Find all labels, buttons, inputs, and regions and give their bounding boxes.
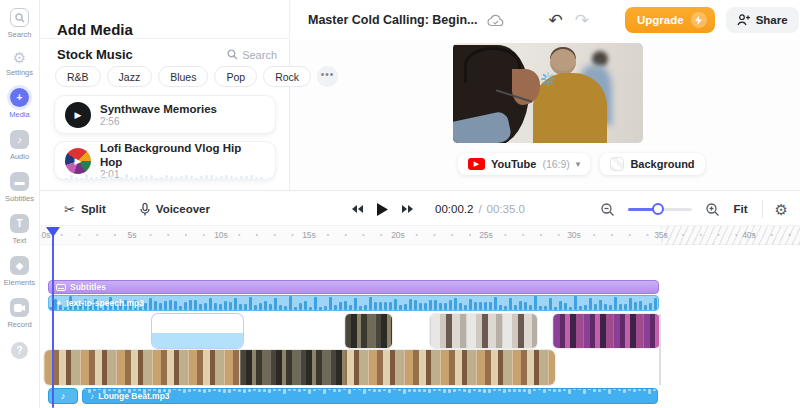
clip-audio-section bbox=[152, 333, 243, 348]
genre-chip-rnb[interactable]: R&B bbox=[55, 66, 101, 87]
scissors-icon: ✂ bbox=[64, 203, 75, 216]
sidebar-label: Subtitles bbox=[5, 194, 34, 203]
top-header: Master Cold Calling: Begin... ↶ ↷ Upgrad… bbox=[290, 0, 800, 40]
music-track-clip[interactable]: ♪ Lounge Beat.mp3 bbox=[82, 388, 658, 404]
current-time: 00:00.2 bbox=[435, 203, 473, 215]
lightning-bolt-icon bbox=[691, 12, 707, 28]
background-label: Background bbox=[630, 158, 694, 170]
overlay-video-clip[interactable] bbox=[152, 314, 243, 348]
sidebar-item-media[interactable]: + Media bbox=[0, 88, 40, 119]
slider-handle[interactable] bbox=[652, 203, 664, 215]
sidebar-item-elements[interactable]: ◆ Elements bbox=[0, 256, 40, 287]
time-separator: / bbox=[478, 203, 481, 215]
search-label: Search bbox=[242, 49, 277, 61]
aspect-ratio-button[interactable]: ▶ YouTube (16:9) ▾ bbox=[458, 153, 590, 175]
sidebar-item-settings[interactable]: ⚙ Settings bbox=[0, 50, 40, 77]
search-icon bbox=[227, 49, 238, 60]
play-button[interactable] bbox=[375, 201, 390, 218]
ruler-tick-label: 35s bbox=[651, 230, 671, 241]
sidebar-item-subtitles[interactable]: ▬ Subtitles bbox=[0, 172, 40, 203]
share-label: Share bbox=[756, 14, 788, 26]
upgrade-label: Upgrade bbox=[637, 14, 684, 26]
overlay-video-clip[interactable] bbox=[345, 314, 392, 348]
platform-label: YouTube bbox=[491, 158, 536, 170]
zoom-in-button[interactable] bbox=[704, 201, 721, 218]
timeline-ruler[interactable]: 0s 5s 10s 15s 20s 25s 30s 35s 40s bbox=[40, 226, 800, 245]
edit-tools: ✂ Split Voiceover bbox=[58, 191, 216, 227]
sidebar-item-audio[interactable]: ♪ Audio bbox=[0, 130, 40, 161]
split-button[interactable]: ✂ Split bbox=[58, 202, 112, 217]
genre-chip-pop[interactable]: Pop bbox=[214, 66, 257, 87]
loading-spinner-icon bbox=[540, 71, 556, 87]
track-title: Lofi Background Vlog Hip Hop bbox=[100, 141, 265, 169]
overlay-video-clip[interactable] bbox=[553, 314, 660, 348]
stock-music-search-button[interactable]: Search bbox=[227, 49, 277, 61]
camera-icon bbox=[10, 298, 29, 317]
aspect-ratio-value: (16:9) bbox=[542, 158, 569, 170]
stock-music-header: Stock Music Search bbox=[57, 47, 277, 62]
genre-chips: R&B Jazz Blues Pop Rock ••• bbox=[55, 66, 338, 87]
background-button[interactable]: Background bbox=[600, 153, 704, 175]
track-duration: 2:56 bbox=[100, 116, 217, 127]
voice-audio-clip[interactable]: text-to-speech.mp3 bbox=[48, 295, 659, 311]
sidebar-rail: Search ⚙ Settings + Media ♪ Audio ▬ Subt… bbox=[0, 0, 40, 408]
fit-button[interactable]: Fit bbox=[733, 203, 747, 215]
background-swatch-icon bbox=[610, 157, 624, 171]
sidebar-item-record[interactable]: Record bbox=[0, 298, 40, 329]
section-title: Stock Music bbox=[57, 47, 133, 62]
main-video-clip[interactable] bbox=[44, 350, 555, 385]
voiceover-label: Voiceover bbox=[156, 203, 210, 215]
track-title: Synthwave Memories bbox=[100, 102, 217, 116]
timeline-settings-gear-icon[interactable]: ⚙ bbox=[775, 202, 788, 217]
project-end-marker bbox=[659, 314, 661, 385]
time-display: 00:00.2 / 00:35.0 bbox=[435, 203, 525, 215]
divider bbox=[762, 200, 763, 218]
subtitles-icon: ▬ bbox=[10, 172, 29, 191]
sidebar-label: Text bbox=[13, 236, 27, 245]
genre-chip-rock[interactable]: Rock bbox=[263, 66, 311, 87]
redo-button[interactable]: ↷ bbox=[575, 12, 589, 29]
sidebar-label: Record bbox=[7, 320, 31, 329]
help-button[interactable]: ? bbox=[11, 342, 28, 359]
undo-button[interactable]: ↶ bbox=[548, 12, 562, 29]
genre-chip-blues[interactable]: Blues bbox=[158, 66, 208, 87]
microphone-icon bbox=[140, 203, 150, 216]
music-clip-label: ♪ Lounge Beat.mp3 bbox=[90, 391, 170, 401]
fast-forward-button[interactable] bbox=[400, 203, 415, 215]
project-title[interactable]: Master Cold Calling: Begin... bbox=[308, 13, 477, 27]
video-editor-app: Search ⚙ Settings + Media ♪ Audio ▬ Subt… bbox=[0, 0, 800, 408]
youtube-icon: ▶ bbox=[468, 158, 485, 170]
music-note-icon: ♪ bbox=[61, 391, 66, 401]
music-track-card[interactable]: ▶ Synthwave Memories 2:56 bbox=[54, 95, 276, 134]
add-media-panel: Add Media Stock Music Search R&B Jazz Bl… bbox=[40, 0, 290, 190]
voiceover-button[interactable]: Voiceover bbox=[134, 202, 216, 217]
music-track-card[interactable]: ▶ Lofi Background Vlog Hip Hop 2:01 bbox=[54, 141, 276, 180]
voice-audio-label: text-to-speech.mp3 bbox=[56, 298, 144, 308]
play-icon[interactable]: ▶ bbox=[65, 102, 91, 128]
playhead-handle[interactable] bbox=[46, 227, 60, 237]
plus-icon: + bbox=[10, 88, 29, 107]
more-genres-button[interactable]: ••• bbox=[317, 66, 338, 87]
canvas-buttons: ▶ YouTube (16:9) ▾ Background bbox=[458, 153, 705, 175]
play-icon[interactable]: ▶ bbox=[65, 148, 91, 174]
upgrade-button[interactable]: Upgrade bbox=[625, 7, 715, 33]
video-preview[interactable] bbox=[453, 43, 643, 143]
page-title: Add Media bbox=[57, 21, 133, 38]
sidebar-label: Elements bbox=[4, 278, 35, 287]
split-label: Split bbox=[81, 203, 106, 215]
transport-controls: 00:00.2 / 00:35.0 bbox=[350, 191, 525, 227]
timeline-zoom-slider[interactable] bbox=[628, 208, 692, 211]
sidebar-item-text[interactable]: T Text bbox=[0, 214, 40, 245]
overlay-video-clip[interactable] bbox=[430, 314, 537, 348]
waveform-preview bbox=[65, 174, 265, 179]
cloud-saved-icon bbox=[487, 14, 504, 27]
sidebar-label: Settings bbox=[6, 68, 33, 77]
share-button[interactable]: Share bbox=[726, 7, 799, 33]
zoom-out-button[interactable] bbox=[599, 201, 616, 218]
clip-thumbnails bbox=[240, 350, 345, 385]
rewind-button[interactable] bbox=[350, 203, 365, 215]
genre-chip-jazz[interactable]: Jazz bbox=[107, 66, 153, 87]
playhead-line[interactable] bbox=[52, 233, 54, 408]
sidebar-item-search[interactable]: Search bbox=[0, 8, 40, 39]
subtitles-track-clip[interactable]: Subtitles bbox=[48, 280, 659, 294]
